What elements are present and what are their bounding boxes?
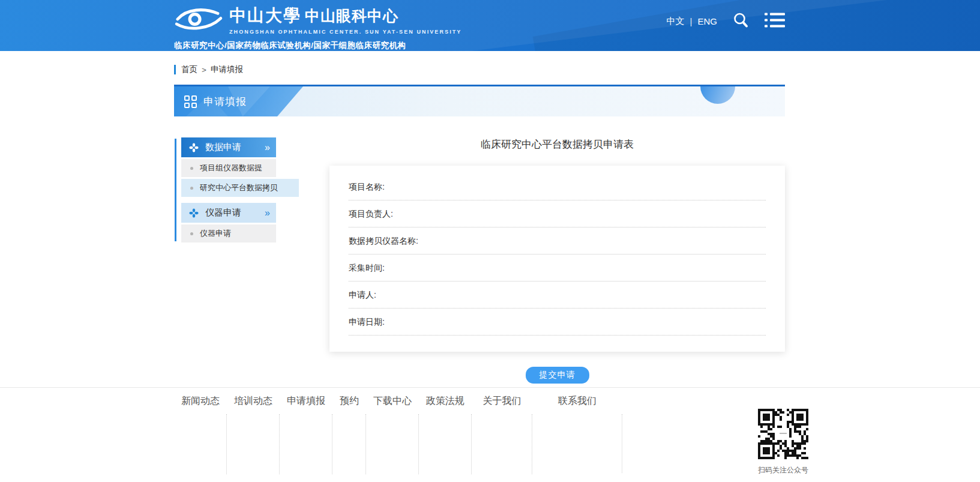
field-input-line[interactable] [349,300,766,309]
eye-logo-icon [174,5,223,36]
field-label: 项目负责人: [349,208,766,219]
footer-links [174,414,227,474]
footer-column-title: 申请填报 [280,395,332,408]
field-label: 项目名称: [349,181,766,192]
brand-home-link[interactable]: 中山大學中山眼科中心 ZHONGSHAN OPHTHALMIC CENTER. … [174,5,461,51]
submit-button[interactable]: 提交申请 [526,367,589,384]
footer-links [532,414,622,473]
section-banner: 申请填报 [174,85,785,116]
footer-links [280,414,332,474]
list-menu-icon [765,13,785,29]
footer-column: 预约 [332,395,366,474]
breadcrumb-home-link[interactable]: 首页 [181,64,197,75]
bullet-dot-icon [190,167,193,170]
banner-halfcircle-decoration [700,86,735,104]
footer-column-title: 新闻动态 [174,395,227,408]
brand-english-name: ZHONGSHAN OPHTHALMIC CENTER. SUN YAT-SEN… [229,29,461,35]
form-field: 项目名称: [349,181,766,200]
section-banner-title: 申请填报 [203,95,247,109]
sidebar-subitem[interactable]: 项目组仪器数据提 [181,159,276,177]
footer-column: 申请填报 [280,395,332,474]
sidebar-group-label: 仪器申请 [205,207,241,218]
brand-title: 中山大學中山眼科中心 [229,7,461,27]
site-header: 中山大學中山眼科中心 ZHONGSHAN OPHTHALMIC CENTER. … [0,0,980,51]
field-input-line[interactable] [349,327,766,336]
application-form-card: 项目名称: 项目负责人: 数据拷贝仪器名称: 采集时间: 申请人: 申请日期: [329,166,785,352]
qr-caption: 扫码关注公众号 [757,465,809,475]
menu-button[interactable] [765,13,785,29]
field-input-line[interactable] [349,246,766,255]
double-chevron-icon: » [265,143,270,152]
search-button[interactable] [733,12,749,30]
site-footer: 新闻动态 培训动态 申请填报 预约 下载中心 政策法规 关于我们 联系我们 扫码… [0,387,980,481]
sidebar-subitem[interactable]: 研究中心平台数据拷贝 [181,179,299,197]
sidebar-group-label: 数据申请 [205,142,241,153]
sidebar-group: 数据申请 » 项目组仪器数据提 研究中心平台数据拷贝 [181,137,276,197]
form-field: 数据拷贝仪器名称: [349,235,766,255]
footer-column-title: 培训动态 [227,395,280,408]
lang-en-link[interactable]: ENG [697,16,717,26]
field-label: 申请人: [349,289,766,300]
breadcrumb-accent-bar [174,65,176,74]
footer-links [332,414,366,474]
form-field: 申请人: [349,289,766,309]
sidebar-subitem-label: 仪器申请 [200,228,231,239]
sidebar-subitem[interactable]: 仪器申请 [181,224,276,243]
footer-links [227,414,280,474]
main-area: 首页 > 申请填报 申请填报 数据申请 » [0,51,980,387]
four-petal-icon [189,143,199,152]
footer-links [472,414,532,474]
footer-column-title: 政策法规 [419,395,472,408]
field-label: 采集时间: [349,262,766,273]
sidebar-group: 仪器申请 » 仪器申请 [181,203,276,243]
form-field: 项目负责人: [349,208,766,227]
field-input-line[interactable] [349,192,766,200]
footer-column-title: 关于我们 [472,395,532,408]
search-icon [733,12,749,30]
bullet-dot-icon [190,232,193,235]
grid-squares-icon [184,95,197,108]
form-field: 申请日期: [349,316,766,336]
qr-code [757,408,809,460]
sidebar-sublist: 仪器申请 [181,224,276,243]
footer-column: 联系我们 [532,395,622,474]
breadcrumb-separator: > [202,65,206,74]
footer-column: 培训动态 [227,395,280,474]
university-name: 中山大學 [229,6,301,25]
sidebar-sublist: 项目组仪器数据提 研究中心平台数据拷贝 [181,159,276,197]
sidebar-nav: 数据申请 » 项目组仪器数据提 研究中心平台数据拷贝 仪器申请 » 仪器申请 [174,137,276,243]
breadcrumb-current: 申请填报 [211,64,243,75]
form-fields: 项目名称: 项目负责人: 数据拷贝仪器名称: 采集时间: 申请人: 申请日期: [349,181,766,336]
center-name: 中山眼科中心 [305,7,398,24]
qr-section: 扫码关注公众号 [757,395,809,475]
breadcrumb: 首页 > 申请填报 [174,51,785,75]
sidebar-subitem-label: 项目组仪器数据提 [200,163,262,173]
field-input-line[interactable] [349,219,766,227]
footer-column: 政策法规 [419,395,472,474]
footer-column: 关于我们 [472,395,532,474]
field-input-line[interactable] [349,273,766,282]
footer-column: 下载中心 [366,395,419,474]
footer-links [419,414,472,474]
sidebar-group-header[interactable]: 仪器申请 » [181,203,276,223]
footer-column-title: 预约 [332,395,366,408]
form-field: 采集时间: [349,262,766,282]
footer-links [366,414,419,474]
brand-tagline: 临床研究中心/国家药物临床试验机构/国家干细胞临床研究机构 [174,40,461,51]
four-petal-icon [189,208,199,218]
footer-column: 新闻动态 [174,395,227,474]
footer-column-title: 联系我们 [532,395,622,408]
field-label: 申请日期: [349,316,766,327]
double-chevron-icon: » [265,208,270,218]
lang-divider: | [690,16,693,26]
footer-columns: 新闻动态 培训动态 申请填报 预约 下载中心 政策法规 关于我们 联系我们 [174,395,622,474]
field-label: 数据拷贝仪器名称: [349,235,766,246]
language-switch: 中文 | ENG [667,16,717,27]
sidebar-subitem-label: 研究中心平台数据拷贝 [200,182,278,193]
sidebar-group-header[interactable]: 数据申请 » [181,137,276,157]
bullet-dot-icon [190,187,193,190]
form-title: 临床研究中心平台数据拷贝申请表 [329,137,785,151]
lang-zh-link[interactable]: 中文 [667,16,685,27]
footer-column-title: 下载中心 [366,395,419,408]
